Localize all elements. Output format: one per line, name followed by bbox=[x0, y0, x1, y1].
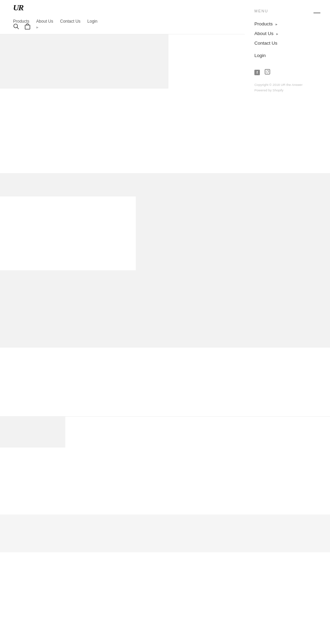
menu-items-list: Products ► About Us ► Contact Us bbox=[254, 21, 320, 46]
page-layout: UR Products About Us Contact Us Login bbox=[0, 0, 330, 552]
site-header: UR Products About Us Contact Us Login bbox=[0, 0, 330, 34]
site-footer bbox=[0, 515, 330, 552]
svg-rect-2 bbox=[25, 25, 30, 29]
menu-item-contact[interactable]: Contact Us bbox=[254, 40, 320, 46]
menu-link-about[interactable]: About Us ► bbox=[254, 31, 279, 36]
thumbnail-content bbox=[65, 417, 330, 448]
menu-label: MENU bbox=[254, 9, 320, 13]
logo[interactable]: UR bbox=[13, 3, 23, 12]
full-gray-block bbox=[0, 270, 330, 348]
facebook-icon: f bbox=[254, 70, 260, 75]
spacer-3 bbox=[0, 348, 330, 416]
thumbnail-placeholder bbox=[0, 417, 65, 448]
close-button[interactable]: — bbox=[314, 9, 320, 16]
top-image-placeholder bbox=[0, 34, 168, 89]
nav-login[interactable]: Login bbox=[87, 19, 97, 24]
nav-contact[interactable]: Contact Us bbox=[60, 19, 80, 24]
gray-bar-1 bbox=[0, 173, 330, 196]
two-col-section bbox=[0, 196, 330, 270]
search-icon[interactable] bbox=[13, 23, 19, 31]
copyright-text: Copyright © 2018 UR the Answer Powered b… bbox=[254, 82, 320, 93]
thumbnail-row bbox=[0, 417, 330, 448]
submenu-arrow-products: ► bbox=[275, 23, 278, 26]
icon-nav: ► bbox=[13, 23, 39, 31]
social-links: f bbox=[254, 69, 320, 76]
menu-item-about[interactable]: About Us ► bbox=[254, 30, 320, 36]
arrow-right-icon[interactable]: ► bbox=[36, 25, 39, 29]
two-col-right bbox=[136, 196, 330, 270]
spacer-4 bbox=[0, 448, 330, 515]
menu-link-contact[interactable]: Contact Us bbox=[254, 41, 277, 46]
two-col-left bbox=[0, 196, 136, 270]
menu-link-products[interactable]: Products ► bbox=[254, 21, 278, 26]
cart-icon[interactable] bbox=[24, 23, 31, 31]
instagram-icon bbox=[265, 69, 270, 75]
nav-menu-panel: MENU — Products ► About Us ► bbox=[245, 0, 330, 117]
submenu-arrow-about: ► bbox=[276, 32, 279, 36]
menu-login-link[interactable]: Login bbox=[254, 53, 320, 58]
instagram-link[interactable] bbox=[265, 69, 270, 76]
menu-item-products[interactable]: Products ► bbox=[254, 21, 320, 27]
svg-line-1 bbox=[17, 27, 19, 29]
facebook-link[interactable]: f bbox=[254, 69, 260, 76]
logo-area: UR bbox=[13, 3, 23, 12]
